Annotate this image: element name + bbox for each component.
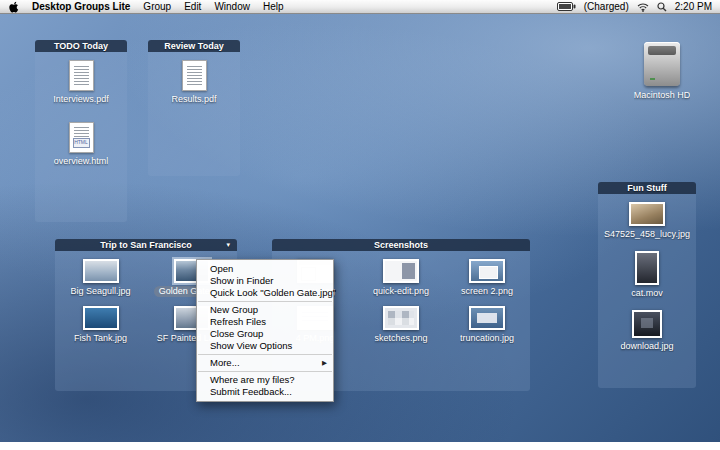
- spotlight-icon[interactable]: [657, 2, 667, 12]
- menubar: Desktop Groups Lite Group Edit Window He…: [0, 0, 720, 14]
- menu-item-label: Refresh Files: [210, 316, 266, 328]
- menubar-item-window[interactable]: Window: [214, 1, 250, 12]
- menubar-item-edit[interactable]: Edit: [184, 1, 201, 12]
- apple-menu-icon[interactable]: [8, 1, 19, 13]
- file-label: Interviews.pdf: [53, 94, 109, 105]
- file-label: sketches.png: [374, 333, 427, 344]
- file-lucy-jpg[interactable]: S47525_458_lucy.jpg: [604, 202, 690, 240]
- group-title-bar[interactable]: Fun Stuff: [598, 182, 696, 194]
- desktop[interactable]: TODO Today Interviews.pdf overview.html …: [0, 14, 720, 442]
- photo-thumbnail: [632, 310, 662, 338]
- context-menu-item-close-group[interactable]: Close Group: [197, 328, 333, 340]
- context-menu-item-show-in-finder[interactable]: Show in Finder: [197, 275, 333, 287]
- file-download-jpg[interactable]: download.jpg: [620, 310, 673, 352]
- file-label: quick-edit.png: [373, 286, 429, 297]
- menu-item-label: Show View Options: [210, 340, 292, 352]
- file-sketches-png[interactable]: sketches.png: [358, 306, 444, 344]
- menu-item-label: Show in Finder: [210, 275, 273, 287]
- screenshot-thumbnail: [383, 306, 419, 330]
- group-title: Trip to San Francisco: [100, 240, 192, 250]
- context-menu-item-where-are-my-files[interactable]: Where are my files?: [197, 374, 333, 386]
- context-menu-item-new-group[interactable]: New Group: [197, 304, 333, 316]
- group-title-bar[interactable]: Review Today: [148, 40, 240, 52]
- file-label: Fish Tank.jpg: [74, 333, 127, 344]
- group-body: Results.pdf: [148, 52, 240, 176]
- menubar-clock[interactable]: 2:20 PM: [675, 1, 712, 12]
- group-menu-disclosure-icon[interactable]: ▾: [226, 239, 230, 251]
- group-title: TODO Today: [54, 41, 108, 51]
- volume-macintosh-hd[interactable]: Macintosh HD: [612, 42, 712, 101]
- submenu-arrow-icon: ▶: [322, 357, 327, 369]
- file-label: overview.html: [54, 156, 109, 167]
- group-title: Review Today: [164, 41, 223, 51]
- file-label: cat.mov: [631, 288, 663, 299]
- screenshot-thumbnail: [469, 306, 505, 330]
- file-truncation-jpg[interactable]: truncation.jpg: [444, 306, 530, 344]
- group-title-bar[interactable]: Trip to San Francisco ▾: [55, 239, 237, 251]
- app-menu-title[interactable]: Desktop Groups Lite: [32, 1, 130, 12]
- context-menu: Open Show in Finder Quick Look "Golden G…: [196, 259, 334, 402]
- context-menu-item-quick-look[interactable]: Quick Look "Golden Gate.jpg": [197, 287, 333, 299]
- file-label: download.jpg: [620, 341, 673, 352]
- menu-item-label: Close Group: [210, 328, 263, 340]
- file-results-pdf[interactable]: Results.pdf: [171, 60, 216, 105]
- menu-separator: [198, 371, 332, 372]
- html-file-icon: [69, 122, 94, 153]
- file-overview-html[interactable]: overview.html: [54, 122, 109, 167]
- volume-label: Macintosh HD: [634, 90, 691, 101]
- file-label: truncation.jpg: [460, 333, 514, 344]
- photo-thumbnail: [629, 202, 665, 226]
- screenshot-thumbnail: [383, 259, 419, 283]
- group-todo-today: TODO Today Interviews.pdf overview.html: [35, 40, 127, 222]
- menu-item-label: Where are my files?: [210, 374, 294, 386]
- menu-item-label: Quick Look "Golden Gate.jpg": [210, 287, 336, 299]
- file-quick-edit-png[interactable]: quick-edit.png: [358, 259, 444, 297]
- file-label: Results.pdf: [171, 94, 216, 105]
- file-big-seagull-jpg[interactable]: Big Seagull.jpg: [55, 259, 146, 297]
- context-menu-item-more[interactable]: More... ▶: [197, 357, 333, 369]
- file-screen-2-png[interactable]: screen 2.png: [444, 259, 530, 297]
- context-menu-item-show-view-options[interactable]: Show View Options: [197, 340, 333, 352]
- menu-item-label: Submit Feedback...: [210, 386, 292, 398]
- file-interviews-pdf[interactable]: Interviews.pdf: [53, 60, 109, 105]
- photo-thumbnail: [83, 306, 119, 330]
- screenshot-thumbnail: [469, 259, 505, 283]
- group-title: Screenshots: [374, 240, 428, 250]
- group-fun-stuff: Fun Stuff S47525_458_lucy.jpg cat.mov do…: [598, 182, 696, 388]
- file-label: Big Seagull.jpg: [70, 286, 130, 297]
- file-label: screen 2.png: [461, 286, 513, 297]
- menu-item-label: Open: [210, 263, 233, 275]
- pdf-file-icon: [182, 60, 207, 91]
- group-body: Interviews.pdf overview.html: [35, 52, 127, 222]
- menubar-item-help[interactable]: Help: [263, 1, 284, 12]
- context-menu-item-submit-feedback[interactable]: Submit Feedback...: [197, 386, 333, 398]
- context-menu-item-open[interactable]: Open: [197, 263, 333, 275]
- group-title: Fun Stuff: [627, 183, 667, 193]
- wifi-icon[interactable]: [637, 2, 649, 12]
- movie-thumbnail: [635, 251, 659, 285]
- file-label: S47525_458_lucy.jpg: [604, 229, 690, 240]
- context-menu-item-refresh-files[interactable]: Refresh Files: [197, 316, 333, 328]
- photo-thumbnail: [83, 259, 119, 283]
- file-cat-mov[interactable]: cat.mov: [631, 251, 663, 299]
- battery-icon[interactable]: [557, 2, 576, 11]
- menubar-item-group[interactable]: Group: [143, 1, 171, 12]
- group-title-bar[interactable]: Screenshots: [272, 239, 530, 251]
- battery-status-label: (Charged): [584, 1, 629, 12]
- pdf-file-icon: [69, 60, 94, 91]
- group-title-bar[interactable]: TODO Today: [35, 40, 127, 52]
- file-fish-tank-jpg[interactable]: Fish Tank.jpg: [55, 306, 146, 344]
- group-body: S47525_458_lucy.jpg cat.mov download.jpg: [598, 194, 696, 388]
- menu-separator: [198, 354, 332, 355]
- menu-item-label: New Group: [210, 304, 258, 316]
- menu-separator: [198, 301, 332, 302]
- group-review-today: Review Today Results.pdf: [148, 40, 240, 176]
- menu-item-label: More...: [210, 357, 240, 369]
- hard-drive-icon: [644, 42, 680, 86]
